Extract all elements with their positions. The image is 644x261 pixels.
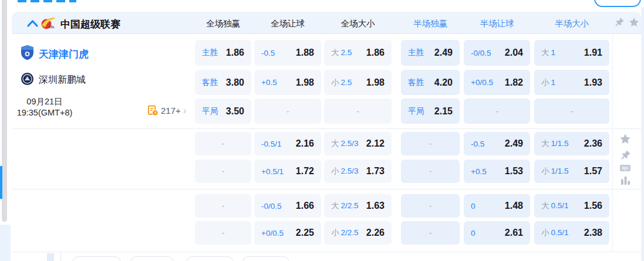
odds-cell-r4-c3[interactable]: 大2.5/32.12 [324,132,392,155]
column-header-1: 全场独赢 [206,18,240,29]
odds-cell-r1-c5[interactable]: -0/0.52.04 [464,40,530,66]
odds-value: 1.57 [584,166,602,177]
empty-odds-dash: - [429,167,432,176]
odds-cell-r3-c1[interactable]: 平局3.50 [195,99,251,124]
odds-value: 2.04 [505,48,523,58]
odds-cell-r2-c2[interactable]: +0.51.98 [254,70,321,95]
odds-cell-r6-c3[interactable]: 大2/2.51.63 [324,194,392,218]
odds-value: 1.72 [296,166,314,177]
home-team-logo [21,45,34,60]
selection-label: -0/0.5 [471,49,491,57]
empty-odds-dash: - [222,201,225,211]
odds-cell-r2-c5[interactable]: +0/0.51.82 [464,70,530,95]
pin-icon[interactable] [614,17,625,28]
odds-value: 1.93 [584,77,602,88]
selection-label: 主胜 [202,48,218,58]
handicap-prefix: 小 [331,77,339,88]
collapse-chevron-up-icon[interactable] [26,19,39,28]
odds-cell-r6-c5[interactable]: 01.48 [464,194,530,218]
odds-cell-r4-c2[interactable]: -0.5/12.16 [254,132,321,155]
selection-label: 2/2.5 [341,228,359,237]
away-team-name[interactable]: 深圳新鹏城 [39,74,86,86]
empty-odds-dash: - [286,107,289,116]
odds-cell-r7-c3[interactable]: 小2/2.52.26 [324,221,392,245]
odds-cell-r5-c3[interactable]: 小2.5/31.73 [324,160,392,183]
odds-value: 1.53 [505,166,523,177]
home-team-name[interactable]: 天津津门虎 [39,48,89,61]
league-title: 中国超级联赛 [60,18,120,31]
odds-cell-r1-c6[interactable]: 大11.91 [534,40,609,66]
odds-cell-r6-c6[interactable]: 大0.5/11.56 [534,194,609,218]
handicap-prefix: 大 [541,138,549,149]
markets-count: 217+ [161,106,181,116]
odds-cell-r3-c6: - [534,99,609,124]
selection-label: 1 [551,78,556,87]
odds-cell-r5-c2[interactable]: +0.5/11.72 [254,160,321,183]
handicap-prefix: 小 [541,77,549,88]
odds-cell-r1-c4[interactable]: 主胜2.49 [401,40,460,66]
odds-value: 2.25 [296,228,314,238]
selection-label: +0.5 [261,78,277,87]
odds-cell-r5-c5[interactable]: +0.51.53 [464,160,530,183]
favorite-star-icon[interactable] [619,133,632,145]
match-datetime: 09月21日 19:35(GMT+8) [11,96,79,118]
handicap-prefix: 大 [331,48,339,58]
odds-cell-r7-c1: - [195,221,251,245]
odds-cell-r2-c4[interactable]: 客胜4.20 [401,70,460,95]
bottom-tab-pill-3[interactable] [186,256,234,261]
clipped-top-right-button[interactable] [594,0,641,7]
odds-cell-r2-c1[interactable]: 客胜3.80 [195,70,251,95]
stats-bar-chart-icon[interactable] [621,175,630,185]
odds-value: 4.20 [434,77,453,88]
empty-odds-dash: - [495,107,498,116]
selection-label: 2.5/3 [341,139,359,148]
odds-cell-r7-c6[interactable]: 小0.5/12.38 [534,221,609,245]
left-gutter [0,225,11,261]
odds-cell-r4-c6[interactable]: 大1/1.52.36 [534,132,609,155]
odds-cell-r7-c5[interactable]: 02.61 [464,221,530,245]
clipped-top-tab[interactable] [18,0,76,2]
selection-label: 2.5 [341,78,352,87]
odds-cell-r2-c3[interactable]: 小2.51.98 [324,70,392,95]
odds-value: 1.88 [296,48,314,58]
odds-value: 2.49 [505,138,523,149]
bottom-tab-pill-2[interactable] [130,256,174,261]
row-divider [12,189,641,189]
star-icon[interactable] [628,16,640,28]
league-logo-icon: CSL [41,16,56,30]
odds-cell-r7-c2[interactable]: +0/0.52.25 [254,221,321,245]
empty-odds-dash: - [222,139,225,148]
selection-label: 0 [471,202,476,211]
odds-value: 1.56 [584,201,602,211]
odds-cell-r5-c1: - [195,160,251,183]
odds-cell-r5-c4: - [401,160,460,183]
odds-cell-r6-c2[interactable]: -0/0.51.66 [254,194,321,218]
bottom-tab-pill-1[interactable] [72,256,121,261]
odds-cell-r3-c4[interactable]: 平局2.15 [401,99,460,124]
odds-cell-r6-c4: - [401,194,460,218]
odds-value: 1.86 [226,48,244,58]
column-header-5: 半场让球 [480,18,514,29]
odds-cell-r4-c5[interactable]: -0.52.49 [464,132,530,155]
odds-value: 1.48 [505,201,523,211]
selection-label: 客胜 [202,77,218,88]
odds-value: 1.73 [366,166,385,177]
odds-cell-r1-c1[interactable]: 主胜1.86 [195,40,251,66]
odds-value: 1.86 [366,48,385,58]
bottom-tab-pill-4[interactable] [242,256,289,261]
odds-value: 1.98 [366,77,385,88]
selection-label: +0.5/1 [261,167,284,176]
left-scrollbar-track[interactable] [2,0,7,222]
odds-cell-r4-c1: - [195,132,251,155]
svg-text:CSL: CSL [49,25,55,29]
selection-label: 0 [471,229,476,238]
odds-cell-r5-c6[interactable]: 小1/1.51.57 [534,160,609,183]
score-badge-icon[interactable]: 0|1 [620,165,630,171]
more-markets-link[interactable]: 217+ › [147,105,186,116]
empty-odds-dash: - [571,107,574,116]
odds-cell-r1-c2[interactable]: -0.51.88 [254,40,321,66]
odds-value: 1.91 [584,48,602,58]
odds-cell-r2-c6[interactable]: 小11.93 [534,70,609,95]
pin-match-icon[interactable] [620,150,631,161]
odds-cell-r1-c3[interactable]: 大2.51.86 [324,40,392,66]
